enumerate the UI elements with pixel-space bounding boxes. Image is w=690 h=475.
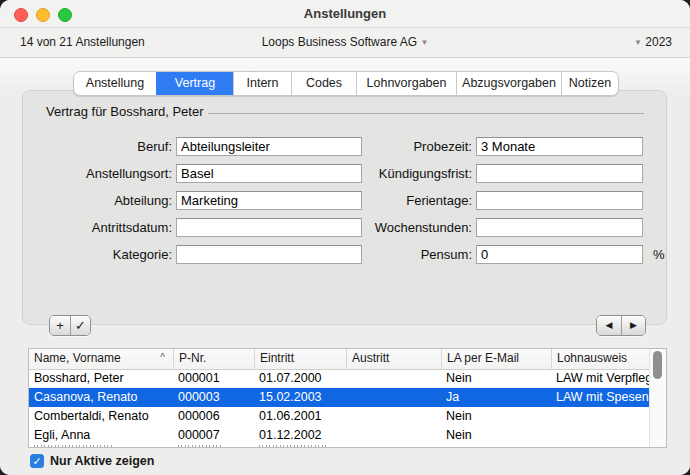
- sort-ascending-icon: ^: [160, 349, 165, 367]
- app-window: Anstellungen 14 von 21 Anstellungen Loop…: [0, 0, 690, 475]
- chevron-down-icon: ▼: [634, 38, 642, 47]
- ferientage-field[interactable]: [476, 191, 643, 210]
- table-row[interactable]: Bosshard, Peter00000101.07.2000NeinLAW m…: [29, 369, 651, 388]
- column-header-lohnausweis[interactable]: Lohnausweis: [551, 349, 651, 369]
- table-row-selected[interactable]: Casanova, Renato00000315.02.2003JaLAW mi…: [29, 388, 651, 407]
- group-header: Vertrag für Bosshard, Peter: [46, 104, 644, 119]
- kuendigungsfrist-label: Kündigungsfrist:: [336, 166, 472, 181]
- record-action-buttons: + ✓: [49, 315, 91, 336]
- scrollbar-thumb[interactable]: [653, 351, 662, 379]
- column-header-eintritt[interactable]: Eintritt: [254, 349, 346, 369]
- clipped-row: [29, 445, 651, 448]
- table-header: Name, Vorname^ P-Nr. Eintritt Austritt L…: [29, 349, 651, 370]
- kuendigungsfrist-field[interactable]: [476, 164, 643, 183]
- tab-vertrag[interactable]: Vertrag: [156, 72, 233, 95]
- record-nav-buttons: ◀ ▶: [596, 315, 646, 336]
- add-record-button[interactable]: +: [50, 316, 70, 335]
- year-dropdown[interactable]: ▼ 2023: [634, 28, 672, 57]
- previous-record-button[interactable]: ◀: [597, 316, 621, 335]
- next-record-button[interactable]: ▶: [621, 316, 645, 335]
- tab-codes[interactable]: Codes: [291, 72, 356, 95]
- group-divider: [208, 113, 644, 114]
- tab-lohnvorgaben[interactable]: Lohnvorgaben: [356, 72, 456, 95]
- wochenstunden-label: Wochenstunden:: [336, 220, 472, 235]
- company-dropdown[interactable]: Loops Business Software AG ▼: [0, 28, 690, 57]
- tab-abzugsvorgaben[interactable]: Abzugsvorgaben: [456, 72, 561, 95]
- percent-suffix: %: [653, 247, 665, 262]
- tab-notizen[interactable]: Notizen: [561, 72, 618, 95]
- column-header-pnr[interactable]: P-Nr.: [173, 349, 254, 369]
- column-header-austritt[interactable]: Austritt: [346, 349, 441, 369]
- wochenstunden-field[interactable]: [476, 218, 643, 237]
- column-header-name[interactable]: Name, Vorname^: [29, 349, 173, 369]
- pensum-label: Pensum:: [336, 247, 472, 262]
- column-header-la-per-email[interactable]: LA per E-Mail: [441, 349, 551, 369]
- table-scrollbar[interactable]: [649, 349, 666, 447]
- main-content: Anstellung Vertrag Intern Codes Lohnvorg…: [0, 58, 690, 475]
- only-active-label: Nur Aktive zeigen: [50, 454, 154, 468]
- ferientage-label: Ferientage:: [336, 193, 472, 208]
- status-bar: 14 von 21 Anstellungen Loops Business So…: [0, 28, 690, 58]
- tab-intern[interactable]: Intern: [233, 72, 291, 95]
- checkbox-checked-icon[interactable]: ✓: [30, 454, 44, 468]
- window-title: Anstellungen: [0, 0, 690, 27]
- table-row[interactable]: Egli, Anna00000701.12.2002Nein: [29, 426, 651, 445]
- tab-bar: Anstellung Vertrag Intern Codes Lohnvorg…: [73, 71, 619, 96]
- group-title: Vertrag für Bosshard, Peter: [46, 104, 204, 119]
- only-active-checkbox[interactable]: ✓ Nur Aktive zeigen: [30, 454, 154, 468]
- pensum-field[interactable]: [476, 245, 643, 264]
- table-row[interactable]: Combertaldi, Renato00000601.06.2001Nein: [29, 407, 651, 426]
- chevron-down-icon: ▼: [420, 38, 428, 47]
- probezeit-field[interactable]: [476, 137, 643, 156]
- contract-form-panel: Vertrag für Bosshard, Peter Beruf: Anste…: [22, 90, 667, 325]
- employee-table: Name, Vorname^ P-Nr. Eintritt Austritt L…: [28, 348, 667, 448]
- probezeit-label: Probezeit:: [336, 139, 472, 154]
- tab-anstellung[interactable]: Anstellung: [74, 72, 156, 95]
- title-bar: Anstellungen: [0, 0, 690, 28]
- confirm-record-button[interactable]: ✓: [70, 316, 90, 335]
